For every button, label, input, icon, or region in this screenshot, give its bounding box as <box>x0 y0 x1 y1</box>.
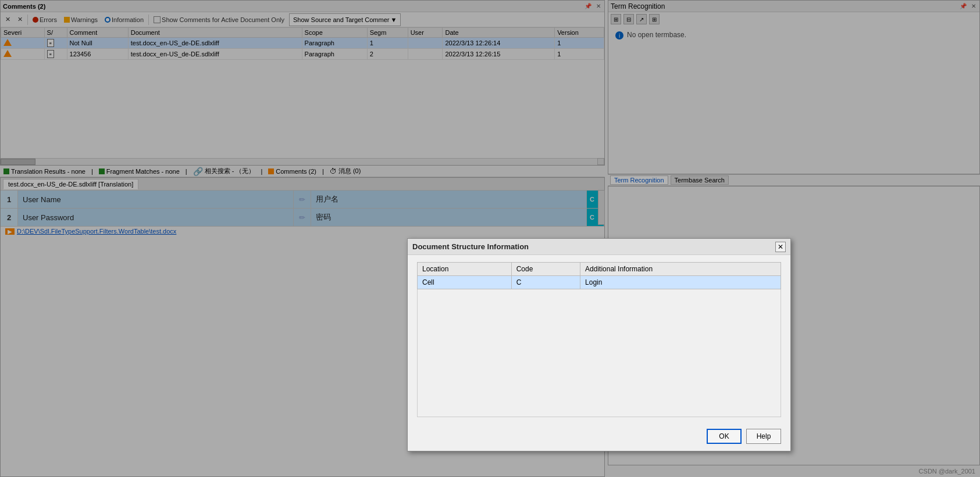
dsi-cell-location: Cell <box>418 276 512 289</box>
dsi-cell-code: C <box>511 276 580 289</box>
dsi-table: Location Code Additional Information Cel… <box>417 262 781 289</box>
dsi-cell-additional: Login <box>580 276 781 289</box>
help-button[interactable]: Help <box>746 429 781 444</box>
document-structure-dialog: Document Structure Information ✕ Locatio… <box>407 238 791 451</box>
dialog-title: Document Structure Information <box>412 242 529 251</box>
dialog-footer: OK Help <box>408 424 790 451</box>
dsi-col-code: Code <box>511 263 580 276</box>
ok-button[interactable]: OK <box>707 429 742 444</box>
dsi-col-location: Location <box>418 263 512 276</box>
dsi-empty-space <box>417 289 781 417</box>
dialog-close-button[interactable]: ✕ <box>775 242 786 252</box>
dsi-table-row[interactable]: Cell C Login <box>418 276 781 289</box>
dialog-titlebar: Document Structure Information ✕ <box>408 239 790 255</box>
dsi-col-additional: Additional Information <box>580 263 781 276</box>
dialog-body: Location Code Additional Information Cel… <box>408 255 790 424</box>
